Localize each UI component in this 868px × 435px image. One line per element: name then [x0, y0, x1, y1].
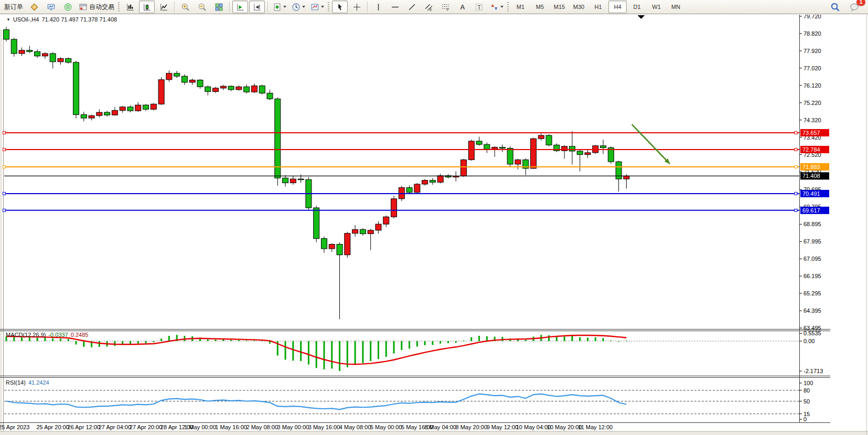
candle[interactable] — [538, 133, 544, 141]
candle[interactable] — [376, 221, 381, 234]
chart-window[interactable]: 79.72078.82077.92077.02076.12075.22074.3… — [0, 15, 868, 435]
candle[interactable] — [461, 159, 467, 177]
candle[interactable] — [151, 103, 156, 110]
candle[interactable] — [158, 77, 164, 105]
zoom-out-button[interactable] — [194, 1, 210, 13]
candle[interactable] — [383, 216, 389, 227]
candle[interactable] — [220, 85, 226, 90]
candle[interactable] — [166, 70, 172, 82]
candle[interactable] — [205, 86, 211, 96]
one-click-trading-arrow-icon[interactable]: ▼ — [6, 17, 10, 22]
candle[interactable] — [345, 232, 350, 258]
candle[interactable] — [601, 140, 606, 154]
arrow-annotation[interactable] — [632, 124, 670, 164]
candle[interactable] — [554, 143, 560, 152]
candle[interactable] — [11, 38, 17, 57]
time-axis[interactable]: 25 Apr 202325 Apr 20:0026 Apr 12:0027 Ap… — [0, 424, 613, 430]
candle[interactable] — [66, 57, 71, 63]
search-button[interactable] — [827, 1, 843, 13]
candle[interactable] — [445, 174, 451, 178]
candle[interactable] — [492, 146, 498, 157]
candle[interactable] — [499, 144, 505, 152]
timeframe-mn-button[interactable]: MN — [667, 1, 685, 13]
text-label-tool-button[interactable]: T — [471, 1, 487, 13]
candle[interactable] — [314, 206, 319, 242]
candle[interactable] — [213, 87, 219, 93]
chart-shift-button[interactable] — [249, 1, 265, 13]
fibonacci-tool-button[interactable]: F — [437, 1, 453, 13]
candle[interactable] — [337, 242, 342, 319]
new-order-button[interactable]: 新订单 — [2, 1, 25, 13]
candle[interactable] — [244, 84, 250, 94]
terminal-icon[interactable] — [43, 1, 59, 13]
zoom-in-button[interactable] — [177, 1, 193, 13]
candle[interactable] — [275, 97, 281, 185]
candle[interactable] — [89, 114, 94, 120]
gold-symbol-icon[interactable] — [26, 1, 42, 13]
candle[interactable] — [251, 83, 257, 93]
candle[interactable] — [329, 243, 335, 252]
hline-72.784[interactable]: 72.784 — [3, 146, 830, 153]
candle[interactable] — [546, 134, 552, 146]
candle[interactable] — [608, 146, 614, 164]
candle[interactable] — [569, 131, 575, 165]
candle[interactable] — [81, 112, 87, 121]
chart-canvas[interactable]: 79.72078.82077.92077.02076.12075.22074.3… — [0, 15, 868, 435]
candle[interactable] — [197, 79, 203, 89]
candle[interactable] — [120, 106, 125, 113]
candle[interactable] — [181, 75, 187, 85]
line-chart-button[interactable] — [156, 1, 172, 13]
candle[interactable] — [290, 176, 296, 185]
candle[interactable] — [112, 107, 117, 115]
periods-button[interactable] — [290, 1, 307, 13]
candle[interactable] — [189, 79, 195, 85]
crosshair-button[interactable] — [349, 1, 365, 13]
notifications-button[interactable]: 1 — [846, 1, 862, 13]
candle[interactable] — [562, 145, 567, 159]
hline-73.657[interactable]: 73.657 — [3, 129, 830, 136]
hline-69.617[interactable]: 69.617 — [3, 207, 830, 214]
candle[interactable] — [143, 104, 149, 111]
hline-71.408[interactable]: 71.408 — [4, 172, 829, 179]
candle[interactable] — [228, 86, 234, 91]
candle[interactable] — [27, 46, 33, 53]
tile-windows-button[interactable] — [211, 1, 227, 13]
bar-chart-button[interactable] — [122, 1, 138, 13]
candle[interactable] — [4, 27, 9, 41]
candle[interactable] — [174, 71, 180, 78]
candle[interactable] — [73, 61, 79, 119]
candle[interactable] — [468, 140, 474, 161]
timeframe-m15-button[interactable]: M15 — [550, 1, 569, 13]
candle[interactable] — [321, 237, 327, 253]
candle[interactable] — [437, 174, 443, 183]
candle[interactable] — [577, 150, 583, 171]
cursor-button[interactable] — [332, 1, 348, 13]
auto-scroll-button[interactable] — [232, 1, 248, 13]
candle[interactable] — [104, 111, 110, 116]
candle[interactable] — [531, 137, 537, 168]
timeframe-h4-button[interactable]: H4 — [608, 1, 627, 13]
text-tool-button[interactable]: A — [454, 1, 470, 13]
candle[interactable] — [42, 52, 48, 59]
candle[interactable] — [368, 229, 373, 250]
candlestick-chart-button[interactable] — [139, 1, 155, 13]
candle[interactable] — [484, 143, 490, 153]
templates-button[interactable] — [308, 1, 326, 13]
candle[interactable] — [259, 85, 265, 94]
candle[interactable] — [414, 183, 420, 193]
candle[interactable] — [585, 150, 591, 158]
candle[interactable] — [352, 225, 358, 237]
candle[interactable] — [50, 52, 56, 68]
candle[interactable] — [135, 102, 141, 112]
arrows-tool-button[interactable] — [488, 1, 506, 13]
candle[interactable] — [624, 174, 629, 188]
candle[interactable] — [19, 47, 25, 56]
candle[interactable] — [267, 90, 273, 100]
timeframe-h1-button[interactable]: H1 — [589, 1, 607, 13]
timeframe-w1-button[interactable]: W1 — [647, 1, 666, 13]
candle[interactable] — [58, 57, 63, 65]
candle[interactable] — [97, 109, 102, 118]
indicators-button[interactable] — [271, 1, 288, 13]
candle[interactable] — [422, 179, 428, 186]
candle[interactable] — [283, 175, 288, 187]
